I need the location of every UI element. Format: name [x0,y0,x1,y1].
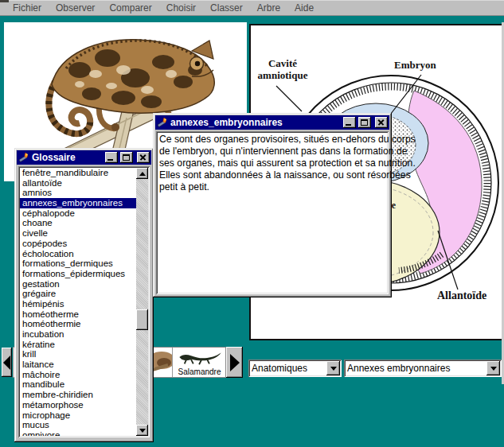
glossary-item[interactable]: fenêtre_mandibulaire [20,168,136,178]
category-dropdown[interactable]: Anatomiques [248,360,342,377]
glossary-item-selected[interactable]: annexes_embryonnaires [20,198,136,208]
glossary-item[interactable]: céphalopode [20,208,136,219]
glossary-item[interactable]: copépodes [20,239,136,249]
menu-observer[interactable]: Observer [49,2,102,14]
glossary-list-items: fenêtre_mandibulaire allantoïde amnios a… [20,168,136,436]
glossary-item-partial[interactable]: omnivore [20,430,136,436]
up-arrow-icon [139,172,146,176]
label-cavite-amniotique: Cavité amniotique [251,57,315,81]
glossary-item[interactable]: incubation [20,329,136,340]
thumbnail-label: Salamandre [178,367,221,377]
definition-line: petit à petit. [159,181,385,193]
definition-line: ses organes, mais qui assurent sa protec… [159,157,385,169]
definition-maximize-button[interactable] [358,117,371,128]
label-embryon: Embryon [394,59,436,72]
menu-bar: Fichier Observer Comparer Choisir Classe… [0,0,504,16]
glossary-close-button[interactable] [137,152,150,163]
glossary-minimize-button[interactable] [105,152,118,163]
left-arrow-icon [3,356,10,370]
scroll-down-button[interactable] [136,425,148,436]
glossary-item[interactable]: civelle [20,228,136,239]
glossary-item[interactable]: membre-chiridien [20,390,136,400]
app-root: Fichier Observer Comparer Choisir Classe… [0,0,504,447]
glossary-item[interactable]: écholocation [20,249,136,259]
glossary-item[interactable]: hémipénis [20,299,136,309]
definition-titlebar[interactable]: annexes_embryonnaires [155,115,389,130]
definition-window: annexes_embryonnaires Ce sont des organe… [153,113,392,297]
definition-line: Elles sont abandonnées à la naissance, o… [159,169,385,181]
glossary-item[interactable]: homéotherme [20,309,136,320]
glossary-item[interactable]: choane [20,218,136,228]
glossary-item[interactable]: homéothermie [20,319,136,329]
glossary-scrollbar[interactable] [136,168,148,436]
minimize-icon [346,124,351,126]
menu-choisir[interactable]: Choisir [159,2,203,14]
glossary-item[interactable]: mandibule [20,379,136,390]
right-arrow-icon [230,354,240,371]
down-arrow-icon [139,429,146,433]
definition-close-button[interactable] [375,117,388,128]
thumbnail-salamandre[interactable]: Salamandre [172,348,226,377]
topic-dropdown-button[interactable] [486,361,500,375]
minimize-icon [107,159,113,161]
label-allantoide: Allantoïde [437,290,486,302]
glossary-item[interactable]: gestation [20,279,136,290]
glossary-item[interactable]: kératine [20,340,136,350]
glossary-item[interactable]: krill [20,349,136,360]
glossary-list: fenêtre_mandibulaire allantoïde amnios a… [18,166,150,437]
menu-comparer[interactable]: Comparer [102,2,158,14]
chevron-down-icon [490,367,497,371]
menu-classer[interactable]: Classer [203,2,250,14]
glossary-item[interactable]: grégaire [20,289,136,299]
glossary-item[interactable]: allantoïde [20,178,136,189]
glossary-titlebar[interactable]: Glossaire [17,150,151,165]
topic-dropdown[interactable]: Annexes embryonnaires [344,360,502,377]
definition-line: Ce sont des organes provisoires, situés … [159,134,385,146]
glossary-item[interactable]: mâchoire [20,370,136,380]
menu-fichier[interactable]: Fichier [6,2,49,14]
definition-line: de l'embryon, qui n'interviennent pas da… [159,146,385,157]
glossary-item[interactable]: laitance [20,360,136,370]
torch-icon [18,152,29,163]
glossary-maximize-button[interactable] [120,152,133,163]
scroll-up-button[interactable] [136,168,148,179]
category-dropdown-value: Anatomiques [252,363,326,374]
glossary-item[interactable]: formations_dermiques [20,258,136,269]
category-dropdown-button[interactable] [326,361,340,375]
glossary-title: Glossaire [32,152,103,163]
salamander-icon [176,349,224,367]
previous-species-button[interactable] [2,348,12,377]
menu-arbre[interactable]: Arbre [250,2,287,14]
glossary-item[interactable]: microphage [20,410,136,421]
window-corner-fragment [0,0,9,2]
menu-aide[interactable]: Aide [287,2,321,14]
glossary-item[interactable]: formations_épidermiques [20,269,136,279]
scrollbar-thumb[interactable] [136,309,148,330]
torch-icon [157,117,168,128]
definition-minimize-button[interactable] [343,117,356,128]
glossary-window: Glossaire fenêtre_mandibulaire allantoïd… [14,148,154,442]
next-species-button[interactable] [226,347,243,378]
glossary-item[interactable]: amnios [20,188,136,198]
glossary-item[interactable]: mucus [20,420,136,430]
glossary-item[interactable]: métamorphose [20,400,136,410]
maximize-icon [361,119,368,126]
definition-title: annexes_embryonnaires [170,117,341,128]
definition-text: Ce sont des organes provisoires, situés … [156,131,389,294]
maximize-icon [123,154,130,161]
topic-dropdown-value: Annexes embryonnaires [347,363,486,374]
chevron-down-icon [330,367,337,371]
